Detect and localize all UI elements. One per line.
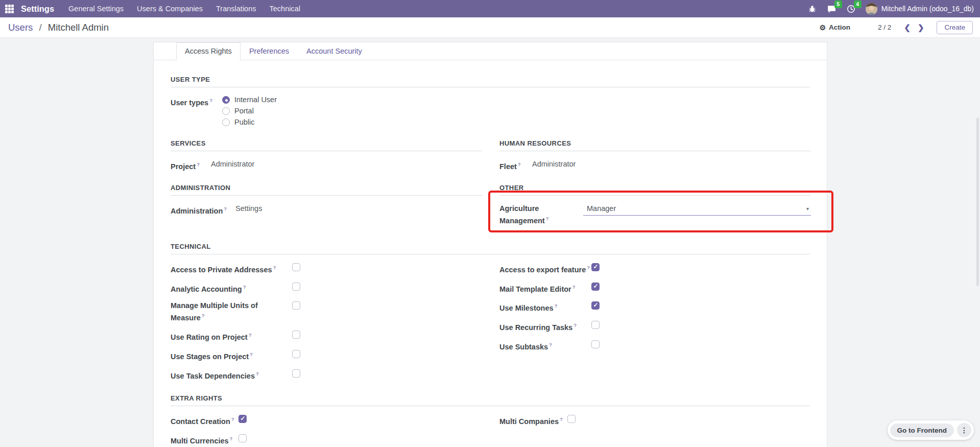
administration-value[interactable]: Settings: [235, 204, 262, 214]
go-to-frontend-button[interactable]: Go to Frontend: [890, 424, 954, 437]
messages-badge: 5: [834, 1, 842, 8]
menu-translations[interactable]: Translations: [216, 5, 256, 13]
control-panel: Users / Mitchell Admin ⚙ Action 2 / 2 ❮ …: [0, 17, 980, 38]
breadcrumb: Users / Mitchell Admin: [8, 22, 109, 33]
field-contact-creation: Contact Creation?: [171, 414, 482, 427]
kebab-menu-icon[interactable]: ⋮: [957, 423, 971, 437]
administration-column: ADMINISTRATION Administration? Settings: [171, 184, 482, 223]
agriculture-management-dropdown[interactable]: Manager ▾: [583, 204, 811, 216]
field-access-export-feature: Access to export feature?: [499, 263, 811, 275]
help-icon: ?: [546, 216, 549, 221]
access-rights-form: USER TYPE User types? Internal User Port…: [154, 60, 827, 447]
help-icon: ?: [555, 303, 558, 309]
section-other-right: OTHER: [499, 184, 811, 196]
user-name: Mitchell Admin (odoo_16_db): [881, 5, 974, 13]
help-icon: ?: [549, 342, 552, 347]
vertical-scrollbar[interactable]: [976, 117, 979, 286]
fleet-label: Fleet?: [499, 159, 532, 172]
agriculture-management-label: Agriculture Management?: [499, 204, 583, 226]
user-menu[interactable]: Mitchell Admin (odoo_16_db): [866, 3, 974, 15]
checkbox-manage-multiple-uom[interactable]: [292, 301, 300, 310]
administration-label: Administration?: [171, 204, 235, 216]
human-resources-column: HUMAN RESOURCES Fleet? Administrator: [499, 139, 811, 179]
help-icon: ?: [209, 98, 212, 103]
checkbox-use-milestones[interactable]: [591, 301, 600, 310]
help-icon: ?: [256, 371, 259, 377]
menu-users-companies[interactable]: Users & Companies: [137, 5, 203, 13]
field-multi-companies: Multi Companies?: [499, 414, 811, 427]
apps-menu-icon[interactable]: [5, 5, 14, 13]
technical-grid: Access to Private Addresses? Analytic Ac…: [171, 263, 810, 388]
breadcrumb-users-link[interactable]: Users: [8, 22, 33, 33]
field-user-types: User types? Internal User Portal Publ: [171, 96, 810, 126]
services-column: SERVICES Project? Administrator: [171, 139, 482, 179]
help-icon: ?: [243, 284, 246, 290]
create-button[interactable]: Create: [937, 21, 973, 34]
tab-account-security[interactable]: Account Security: [298, 42, 371, 60]
radio-internal-user[interactable]: Internal User: [222, 96, 277, 104]
agriculture-management-value: Manager: [587, 204, 616, 213]
field-use-task-dependencies: Use Task Dependencies?: [171, 369, 482, 381]
checkbox-mail-template-editor[interactable]: [591, 283, 600, 291]
extra-rights-left-column: Contact Creation? Multi Currencies?: [171, 414, 482, 447]
help-icon: ?: [587, 265, 590, 270]
checkbox-use-stages-project[interactable]: [292, 350, 300, 358]
action-menu-button[interactable]: ⚙ Action: [819, 23, 850, 32]
checkbox-use-subtasks[interactable]: [591, 340, 600, 348]
radio-portal[interactable]: Portal: [222, 107, 277, 115]
odoo-settings-window: Settings General Settings Users & Compan…: [0, 0, 980, 447]
checkbox-access-export-feature[interactable]: [591, 263, 600, 271]
checkbox-use-recurring-tasks[interactable]: [591, 321, 600, 329]
help-icon: ?: [250, 351, 253, 357]
technical-right-column: Access to export feature? Mail Template …: [499, 263, 811, 359]
field-use-stages-project: Use Stages on Project?: [171, 349, 482, 362]
tab-preferences[interactable]: Preferences: [241, 42, 298, 60]
radio-public[interactable]: Public: [222, 118, 277, 126]
user-types-label: User types?: [171, 96, 222, 108]
radio-internal-user-input[interactable]: [222, 96, 230, 104]
top-navbar: Settings General Settings Users & Compan…: [0, 0, 980, 17]
technical-left-column: Access to Private Addresses? Analytic Ac…: [171, 263, 482, 388]
notebook-tabs: Access Rights Preferences Account Securi…: [154, 42, 827, 60]
field-use-subtasks: Use Subtasks?: [499, 340, 811, 352]
form-sheet: Access Rights Preferences Account Securi…: [153, 42, 827, 447]
chevron-down-icon: ▾: [806, 206, 809, 211]
tab-access-rights[interactable]: Access Rights: [176, 42, 241, 60]
help-icon: ?: [273, 265, 276, 270]
app-name-settings[interactable]: Settings: [21, 4, 54, 14]
checkbox-use-task-dependencies[interactable]: [292, 369, 300, 378]
checkbox-use-rating-project[interactable]: [292, 331, 300, 339]
breadcrumb-current: Mitchell Admin: [48, 22, 109, 33]
field-mail-template-editor: Mail Template Editor?: [499, 282, 811, 294]
checkbox-contact-creation[interactable]: [238, 415, 247, 423]
field-use-recurring-tasks: Use Recurring Tasks?: [499, 320, 811, 333]
checkbox-access-private-addresses[interactable]: [292, 263, 300, 271]
services-hr-row: SERVICES Project? Administrator HUMAN RE…: [171, 139, 810, 179]
field-manage-multiple-uom: Manage Multiple Units of Measure?: [171, 301, 482, 323]
administration-other-row: ADMINISTRATION Administration? Settings …: [171, 184, 810, 234]
project-value[interactable]: Administrator: [211, 159, 254, 169]
menu-technical[interactable]: Technical: [270, 5, 300, 13]
help-icon: ?: [202, 313, 205, 318]
activities-clock-icon[interactable]: 4: [846, 4, 856, 14]
messages-icon[interactable]: 5: [827, 4, 837, 14]
checkbox-multi-currencies[interactable]: [238, 434, 247, 442]
radio-public-input[interactable]: [222, 119, 230, 126]
fleet-value[interactable]: Administrator: [532, 159, 576, 169]
help-icon: ?: [249, 332, 252, 338]
checkbox-multi-companies[interactable]: [567, 415, 576, 423]
field-project: Project? Administrator: [171, 159, 482, 172]
section-technical: TECHNICAL: [171, 243, 810, 254]
section-user-type: USER TYPE: [171, 76, 810, 87]
pager-previous-icon[interactable]: ❮: [900, 23, 914, 32]
field-access-private-addresses: Access to Private Addresses?: [171, 263, 482, 275]
help-icon: ?: [230, 436, 233, 441]
menu-general-settings[interactable]: General Settings: [68, 5, 124, 13]
extra-rights-right-column: Multi Companies?: [499, 414, 811, 434]
pager-next-icon[interactable]: ❯: [914, 23, 928, 32]
checkbox-analytic-accounting[interactable]: [292, 283, 300, 291]
debug-bug-icon[interactable]: [807, 4, 818, 14]
field-use-rating-project: Use Rating on Project?: [171, 330, 482, 342]
field-agriculture-management: Agriculture Management? Manager ▾: [499, 204, 811, 227]
radio-portal-input[interactable]: [222, 107, 230, 115]
